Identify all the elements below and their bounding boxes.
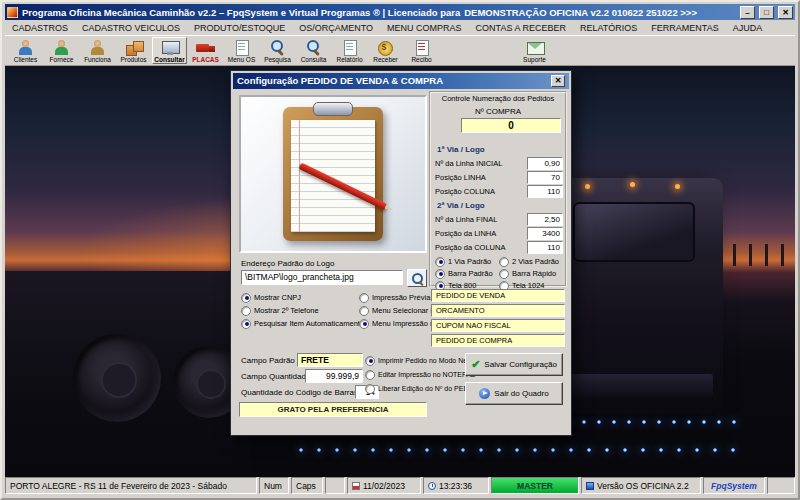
truck-roof-light [675, 184, 680, 189]
toolbar-label: Produtos [120, 56, 146, 63]
toolbar-funciona-button[interactable]: Funciona [80, 37, 115, 64]
field-row: Nº da Linha INICIAL 0,90 [435, 157, 563, 170]
lookup-icon [304, 40, 324, 55]
toolbar-receber-button[interactable]: Receber [368, 37, 403, 64]
doc-title-orcamento[interactable]: ORCAMENTO [431, 304, 565, 317]
status-version: Versão OS OFICINA 2.2 [581, 477, 701, 494]
status-date-value: 11/02/2023 [363, 481, 405, 491]
config-dialog: Configuração PEDIDO DE VENDA & COMPRA ✕ … [230, 70, 572, 436]
posicao-linha2-field[interactable]: 3400 [527, 227, 563, 240]
menu-cadastros[interactable]: CADASTROS [5, 23, 75, 33]
radio-barra-rapido[interactable]: Barra Rápido [499, 268, 556, 279]
field-label: Nº da Linha INICIAL [435, 159, 502, 168]
doc-title-cupom[interactable]: CUPOM NAO FISCAL [431, 319, 565, 332]
radio-1-via-padrao[interactable]: 1 Via Padrão [435, 256, 491, 267]
campo-padrao-field[interactable]: FRETE [297, 353, 363, 367]
linha-final-field[interactable]: 2,50 [527, 213, 563, 226]
toolbar-label: Funciona [84, 56, 111, 63]
status-blank [325, 477, 345, 494]
radio-mostrar-cnpj[interactable]: Mostrar CNPJ [241, 292, 301, 303]
posicao-coluna-field[interactable]: 110 [527, 185, 563, 198]
status-time: 13:23:36 [423, 477, 489, 494]
radio-modo-negrito[interactable]: Imprimir Pedido no Modo Negrito [365, 355, 481, 366]
posicao-coluna2-field[interactable]: 110 [527, 241, 563, 254]
logo-preview-box [239, 95, 427, 253]
desktop-background: Configuração PEDIDO DE VENDA & COMPRA ✕ … [5, 66, 795, 479]
dialog-titlebar[interactable]: Configuração PEDIDO DE VENDA & COMPRA ✕ [233, 73, 569, 89]
toolbar-consultar-button[interactable]: Consultar [152, 37, 187, 64]
field-row: Posição COLUNA 110 [435, 185, 563, 198]
campo-quantidade-field[interactable]: 99.999,9 [305, 369, 363, 383]
toolbar-consulta-button[interactable]: Consulta [296, 37, 331, 64]
posicao-linha-field[interactable]: 70 [527, 171, 563, 184]
radio-editar-notepad[interactable]: Editar Impressão no NOTEPAD [365, 369, 476, 380]
menu-cadastro-veiculos[interactable]: CADASTRO VEICULOS [75, 23, 187, 33]
logo-path-input[interactable]: \BITMAP\logo_prancheta.jpg [241, 270, 403, 285]
menu-relatorios[interactable]: RELATÓRIOS [573, 23, 644, 33]
compra-number-field[interactable]: 0 [461, 118, 561, 133]
save-button-label: Salvar Configuração [484, 360, 556, 369]
menu-ferramentas[interactable]: FERRAMENTAS [644, 23, 725, 33]
browse-logo-button[interactable] [407, 269, 427, 287]
status-user: MASTER [491, 477, 579, 494]
toolbar-fornece-button[interactable]: Fornece [44, 37, 79, 64]
radio-pesquisar-item[interactable]: Pesquisar Item Automaticamente [241, 318, 364, 329]
truck-cab-silhouette [555, 178, 723, 414]
toolbar-clientes-button[interactable]: Clientes [8, 37, 43, 64]
status-time-value: 13:23:36 [439, 481, 472, 491]
radio-2-vias-padrao[interactable]: 2 Vias Padrão [499, 256, 559, 267]
radio-dot [499, 257, 509, 267]
toolbar-label: PLACAS [192, 56, 219, 63]
radio-dot [365, 384, 375, 394]
close-button[interactable]: ✕ [778, 6, 793, 19]
radio-barra-padrao[interactable]: Barra Padrão [435, 268, 493, 279]
save-config-button[interactable]: ✔ Salvar Configuração [465, 353, 563, 376]
exit-button-label: Sair do Quadro [494, 389, 548, 398]
radio-dot [499, 269, 509, 279]
menu-ajuda[interactable]: AJUDA [726, 23, 770, 33]
radio-mostrar-telefone[interactable]: Mostrar 2º Telefone [241, 305, 319, 316]
clients-icon [16, 40, 36, 55]
doc-title-pedido-compra[interactable]: PEDIDO DE COMPRA [431, 334, 565, 347]
minimize-button[interactable]: – [740, 6, 755, 19]
exit-button[interactable]: Sair do Quadro [465, 382, 563, 405]
doc-title-pedido-venda[interactable]: PEDIDO DE VENDA [431, 289, 565, 302]
menu-compras[interactable]: MENU COMPRAS [380, 23, 469, 33]
toolbar-produtos-button[interactable]: Produtos [116, 37, 151, 64]
toolbar-label: Relatório [336, 56, 362, 63]
toolbar-recibo-button[interactable]: Recibo [404, 37, 439, 64]
toolbar-label: Clientes [14, 56, 37, 63]
toolbar-suporte-button[interactable]: Suporte [517, 37, 552, 64]
radio-label: Mostrar 2º Telefone [254, 306, 319, 315]
linha-inicial-field[interactable]: 0,90 [527, 157, 563, 170]
logo-path-label: Endereço Padrão do Logo [241, 259, 334, 268]
menu-produto-estoque[interactable]: PRODUTO/ESTOQUE [187, 23, 292, 33]
status-filler [767, 477, 795, 494]
toolbar-placas-button[interactable]: PLACAS [188, 37, 223, 64]
exit-arrow-icon [479, 388, 490, 399]
radio-label: Barra Padrão [448, 269, 493, 278]
via1-header: 1ª Via / Logo [437, 145, 485, 154]
radio-label: Editar Impressão no NOTEPAD [378, 371, 476, 378]
statusbar: PORTO ALEGRE - RS 11 de Fevereiro de 202… [5, 477, 795, 494]
suppliers-icon [52, 40, 72, 55]
window-title: Programa Oficina Mecânica Caminhão v2.2 … [22, 7, 460, 18]
field-label: Nº da Linha FINAL [435, 215, 497, 224]
status-caps-lock: Caps [291, 477, 323, 494]
radio-dot [241, 319, 251, 329]
field-label: Posição da COLUNA [435, 243, 505, 252]
blue-led-strip [561, 416, 743, 428]
radio-liberar-edicao[interactable]: Liberar Edição do Nº do PEDIDO [365, 383, 481, 394]
field-label: Posição da LINHA [435, 229, 496, 238]
work-order-icon [232, 40, 252, 55]
toolbar-pesquisa-button[interactable]: Pesquisa [260, 37, 295, 64]
blue-led-strip [293, 444, 741, 456]
toolbar-menu-os-button[interactable]: Menu OS [224, 37, 259, 64]
toolbar-relatorio-button[interactable]: Relatório [332, 37, 367, 64]
maximize-button[interactable]: □ [759, 6, 774, 19]
radio-label: Barra Rápido [512, 269, 556, 278]
field-row: Posição LINHA 70 [435, 171, 563, 184]
menu-contas-receber[interactable]: CONTAS A RECEBER [469, 23, 573, 33]
dialog-close-button[interactable]: ✕ [551, 75, 565, 87]
menu-os-orcamento[interactable]: OS/ORÇAMENTO [292, 23, 380, 33]
